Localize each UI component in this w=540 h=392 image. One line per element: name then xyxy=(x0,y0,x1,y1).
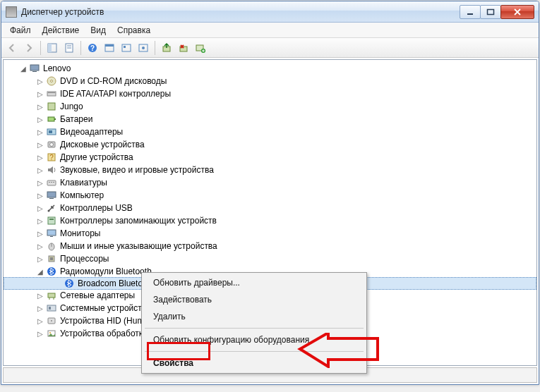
tree-category[interactable]: ▷Звуковые, видео и игровые устройства xyxy=(4,164,536,176)
sound-icon xyxy=(46,164,57,176)
sys-icon xyxy=(46,302,57,314)
svg-rect-10 xyxy=(105,44,114,47)
video-icon xyxy=(46,126,57,137)
minimize-button[interactable] xyxy=(460,5,481,19)
computer-icon xyxy=(46,190,57,201)
tree-category[interactable]: ▷Мониторы xyxy=(4,227,536,240)
ctx-properties[interactable]: Свойства xyxy=(143,355,365,372)
expand-icon[interactable]: ▷ xyxy=(36,153,44,161)
tree-category[interactable]: ▷Компьютер xyxy=(4,189,536,202)
close-button[interactable] xyxy=(500,5,534,19)
category-label: Системные устройства xyxy=(60,303,151,313)
category-label: Сетевые адаптеры xyxy=(60,290,135,300)
tree-category[interactable]: ▷Видеоадаптеры xyxy=(4,125,536,138)
expand-icon[interactable]: ▷ xyxy=(36,77,44,85)
expand-icon[interactable]: ▷ xyxy=(36,329,44,338)
tree-category[interactable]: ▷Процессоры xyxy=(4,252,536,265)
expand-icon[interactable]: ▷ xyxy=(36,291,44,300)
tree-category[interactable]: ▷Контроллеры запоминающих устройств xyxy=(4,214,536,227)
maximize-button[interactable] xyxy=(480,5,501,19)
svg-rect-11 xyxy=(122,44,131,51)
ctx-delete[interactable]: Удалить xyxy=(143,308,365,325)
show-hide-tree-button[interactable] xyxy=(44,40,60,56)
ctx-separator xyxy=(145,328,364,329)
category-label: Jungo xyxy=(60,102,83,111)
help-button[interactable]: ? xyxy=(85,40,100,56)
ctx-scan-hardware[interactable]: Обновить конфигурацию оборудования xyxy=(143,331,365,348)
keyboard-icon xyxy=(46,177,57,188)
forward-button[interactable] xyxy=(21,40,37,56)
expand-icon[interactable]: ▷ xyxy=(36,191,44,200)
category-label: Видеоадаптеры xyxy=(60,127,123,137)
cpu-icon xyxy=(46,253,57,264)
image-icon xyxy=(46,328,57,339)
collapse-icon[interactable]: ◢ xyxy=(19,64,28,73)
svg-rect-12 xyxy=(124,46,126,48)
ctx-enable[interactable]: Задействовать xyxy=(143,291,365,308)
tree-category[interactable]: ▷Контроллеры USB xyxy=(4,202,536,214)
expand-icon[interactable]: ▷ xyxy=(36,204,44,212)
svg-rect-36 xyxy=(51,182,52,183)
menu-action[interactable]: Действие xyxy=(37,23,85,37)
disc-icon xyxy=(46,75,57,87)
tree-category[interactable]: ▷DVD и CD-ROM дисководы xyxy=(4,75,536,87)
svg-rect-26 xyxy=(48,117,54,121)
expand-icon[interactable]: ▷ xyxy=(36,216,44,225)
back-button[interactable] xyxy=(4,40,20,56)
update-driver-button[interactable] xyxy=(159,40,174,56)
category-label: Мониторы xyxy=(60,228,100,238)
hid-icon xyxy=(46,315,57,326)
ctx-separator xyxy=(145,351,364,352)
toolbar: ? xyxy=(1,38,539,58)
uninstall-button[interactable] xyxy=(176,40,191,56)
menu-help[interactable]: Справка xyxy=(112,23,156,37)
expand-icon[interactable]: ▷ xyxy=(36,178,44,187)
expand-icon[interactable]: ▷ xyxy=(36,128,44,136)
tree-category[interactable]: ▷Jungo xyxy=(4,100,536,113)
category-label: DVD и CD-ROM дисководы xyxy=(60,76,167,86)
expand-icon[interactable]: ▷ xyxy=(36,90,44,98)
svg-rect-3 xyxy=(48,44,52,52)
tool-icon[interactable] xyxy=(102,40,117,56)
svg-rect-44 xyxy=(50,236,53,237)
other-icon: ? xyxy=(46,152,57,163)
tree-category[interactable]: ▷Батареи xyxy=(4,113,536,125)
svg-rect-19 xyxy=(30,65,39,71)
menu-view[interactable]: Вид xyxy=(85,23,112,37)
tree-root[interactable]: ◢ Lenovo xyxy=(4,62,536,75)
jungo-icon xyxy=(46,101,57,112)
expand-icon[interactable]: ▷ xyxy=(36,229,44,238)
tool-icon[interactable] xyxy=(136,40,151,56)
svg-point-31 xyxy=(50,143,54,147)
tree-category[interactable]: ▷Дисковые устройства xyxy=(4,138,536,151)
collapse-icon[interactable]: ◢ xyxy=(36,267,44,276)
ctx-update-drivers[interactable]: Обновить драйверы... xyxy=(143,274,365,291)
tree-category[interactable]: ▷IDE ATA/ATAPI контроллеры xyxy=(4,87,536,100)
tree-category[interactable]: ▷?Другие устройства xyxy=(4,151,536,164)
expand-icon[interactable]: ▷ xyxy=(36,115,44,123)
scan-hardware-button[interactable] xyxy=(193,40,208,56)
properties-button[interactable] xyxy=(61,40,77,56)
storage-icon xyxy=(46,215,57,226)
expand-icon[interactable]: ▷ xyxy=(36,255,44,263)
expand-icon[interactable]: ▷ xyxy=(36,304,44,312)
tree-category[interactable]: ▷Мыши и иные указывающие устройства xyxy=(4,240,536,252)
expand-icon[interactable]: ▷ xyxy=(36,242,44,250)
tool-icon[interactable] xyxy=(119,40,134,56)
category-label: Контроллеры USB xyxy=(60,203,133,213)
expand-icon[interactable]: ▷ xyxy=(36,140,44,149)
monitor-icon xyxy=(46,228,57,239)
tree-category[interactable]: ▷Клавиатуры xyxy=(4,176,536,189)
device-manager-window: Диспетчер устройств Файл Действие Вид Сп… xyxy=(1,1,539,385)
expand-icon[interactable]: ▷ xyxy=(36,317,44,325)
svg-rect-20 xyxy=(32,71,37,72)
computer-icon xyxy=(29,63,40,74)
app-icon xyxy=(6,6,17,18)
category-label: Дисковые устройства xyxy=(60,140,145,149)
expand-icon[interactable]: ▷ xyxy=(36,102,44,111)
expand-icon[interactable]: ▷ xyxy=(36,166,44,174)
category-label: Другие устройства xyxy=(60,152,133,162)
svg-rect-41 xyxy=(48,217,55,224)
menu-file[interactable]: Файл xyxy=(4,23,37,37)
category-label: Звуковые, видео и игровые устройства xyxy=(60,165,214,175)
